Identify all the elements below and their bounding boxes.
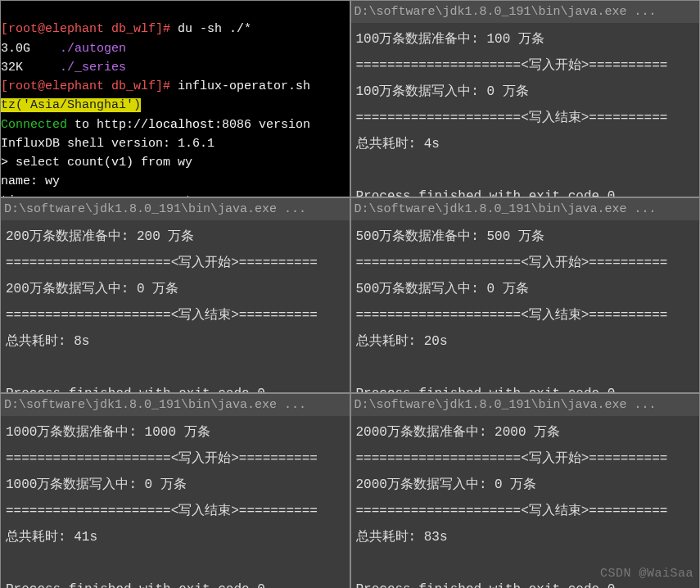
du-size-1: 3.0G — [1, 42, 30, 56]
java-console-2000w[interactable]: D:\software\jdk1.8.0_191\bin\java.exe ..… — [350, 393, 701, 588]
java-console-200w[interactable]: D:\software\jdk1.8.0_191\bin\java.exe ..… — [0, 197, 350, 393]
java-exe-path: D:\software\jdk1.8.0_191\bin\java.exe ..… — [1, 394, 350, 416]
du-size-2: 32K — [1, 61, 23, 75]
tz-highlight: tz('Asia/Shanghai') — [1, 98, 141, 112]
java-console-500w[interactable]: D:\software\jdk1.8.0_191\bin\java.exe ..… — [350, 197, 701, 393]
shell-version: InfluxDB shell version: 1.6.1 — [1, 137, 215, 151]
shell-prompt: [root@elephant db_wlf]# — [1, 79, 178, 93]
measurement-name: name: wy — [1, 174, 60, 188]
select-query: > select count(v1) from wy — [1, 156, 192, 170]
java-exe-path: D:\software\jdk1.8.0_191\bin\java.exe ..… — [1, 198, 350, 220]
linux-terminal[interactable]: [root@elephant db_wlf]# du -sh ./* 3.0G … — [0, 0, 350, 197]
java-console-100w[interactable]: D:\software\jdk1.8.0_191\bin\java.exe ..… — [350, 0, 701, 197]
connected-text: Connected — [1, 118, 67, 132]
console-output: 100万条数据准备中: 100 万条 =====================… — [351, 23, 700, 197]
console-output: 200万条数据准备中: 200 万条 =====================… — [1, 220, 350, 393]
watermark: CSDN @WaiSaa — [600, 564, 693, 583]
java-exe-path: D:\software\jdk1.8.0_191\bin\java.exe ..… — [351, 394, 700, 416]
java-console-1000w[interactable]: D:\software\jdk1.8.0_191\bin\java.exe ..… — [0, 393, 350, 588]
du-path-1: ./autogen — [60, 42, 126, 56]
command-influx: influx-operator.sh — [178, 79, 310, 93]
command-du: du -sh ./* — [178, 22, 251, 36]
console-output: 2000万条数据准备中: 2000 万条 ===================… — [351, 416, 700, 588]
java-exe-path: D:\software\jdk1.8.0_191\bin\java.exe ..… — [351, 1, 700, 23]
console-output: 500万条数据准备中: 500 万条 =====================… — [351, 220, 700, 393]
shell-prompt: [root@elephant db_wlf]# — [1, 22, 178, 36]
java-exe-path: D:\software\jdk1.8.0_191\bin\java.exe ..… — [351, 198, 700, 220]
console-output: 1000万条数据准备中: 1000 万条 ===================… — [1, 416, 350, 588]
du-path-2: ./_series — [60, 61, 126, 75]
